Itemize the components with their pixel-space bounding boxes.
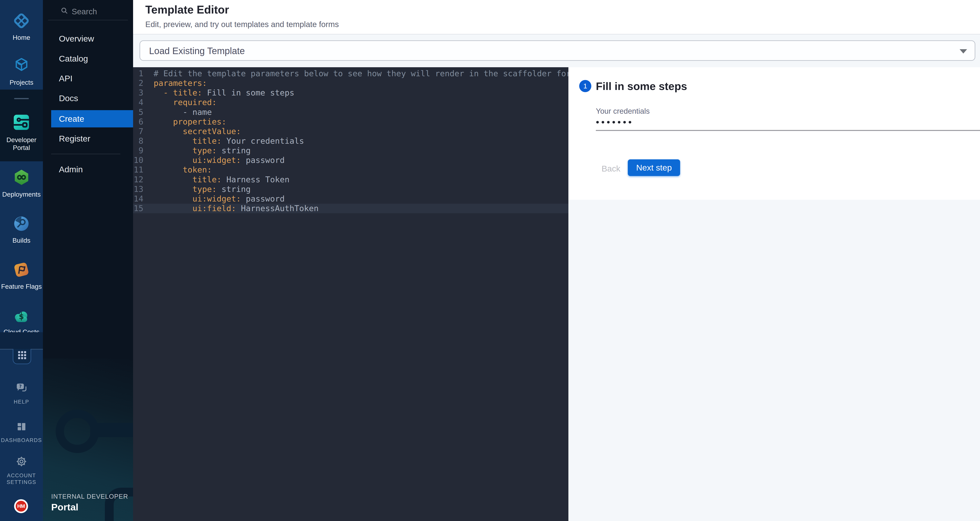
line-code: ui:widget: password bbox=[154, 194, 285, 204]
editor-line: 11 token: bbox=[133, 165, 568, 175]
rail-item-label: ACCOUNTSETTINGS bbox=[0, 472, 43, 486]
editor-line: 7 secretValue: bbox=[133, 127, 568, 136]
sidebar-item-create[interactable]: Create bbox=[51, 110, 133, 127]
editor-line: 4 required: bbox=[133, 97, 568, 107]
line-number: 1 bbox=[133, 69, 143, 78]
portal-sidebar: Search OverviewCatalogAPIDocsCreateRegis… bbox=[43, 0, 133, 521]
line-number: 15 bbox=[133, 204, 143, 213]
rail-item-projects[interactable]: Projects bbox=[0, 56, 43, 86]
rail-item-label: HELP bbox=[0, 398, 43, 405]
dropdown-arrow-icon bbox=[959, 49, 967, 54]
load-template-select[interactable]: Load Existing Template bbox=[140, 40, 975, 61]
module-band bbox=[0, 332, 43, 349]
line-code: - title: Fill in some steps bbox=[154, 88, 294, 97]
next-step-button[interactable]: Next step bbox=[628, 159, 680, 176]
app-root: HomeProjectsDeveloperPortalDeploymentsBu… bbox=[0, 0, 980, 521]
sidebar-footer: INTERNAL DEVELOPER Portal bbox=[51, 493, 128, 513]
module-launcher-button[interactable] bbox=[13, 349, 31, 364]
back-button[interactable]: Back bbox=[594, 161, 628, 177]
line-number: 7 bbox=[133, 127, 143, 136]
search-input[interactable]: Search bbox=[43, 5, 133, 19]
line-code: required: bbox=[154, 97, 217, 107]
help-chat-icon: ? bbox=[0, 382, 43, 396]
editor-line: 2parameters: bbox=[133, 78, 568, 88]
credentials-password-input[interactable]: ••••••• bbox=[596, 116, 634, 127]
line-number: 13 bbox=[133, 185, 143, 194]
developer-portal-icon bbox=[0, 113, 43, 134]
divider bbox=[48, 20, 128, 21]
apps-grid-icon bbox=[18, 350, 27, 362]
line-code: type: string bbox=[154, 146, 251, 155]
line-code: ui:field: HarnessAuthToken bbox=[154, 204, 319, 213]
line-code: secretValue: bbox=[154, 127, 241, 136]
rail-item-label: Deployments bbox=[0, 191, 43, 198]
editor-line: 5 - name bbox=[133, 107, 568, 117]
select-value: Load Existing Template bbox=[149, 45, 245, 56]
svg-text:?: ? bbox=[19, 384, 22, 389]
rail-item-help[interactable]: ?HELP bbox=[0, 382, 43, 405]
editor-line: 13 type: string bbox=[133, 185, 568, 194]
projects-icon bbox=[0, 56, 43, 76]
decor-bar bbox=[90, 423, 133, 437]
rail-item-deployments[interactable]: Deployments bbox=[0, 168, 43, 198]
editor-line: 3 - title: Fill in some steps bbox=[133, 88, 568, 97]
search-icon bbox=[60, 6, 68, 15]
rail-item-home[interactable]: Home bbox=[0, 12, 43, 41]
rail-item-feature-flags[interactable]: Feature Flags bbox=[0, 261, 43, 290]
line-code: type: string bbox=[154, 185, 251, 194]
sidebar-item-overview[interactable]: Overview bbox=[43, 30, 133, 47]
line-code: title: Harness Token bbox=[154, 175, 290, 185]
gear-icon bbox=[0, 456, 43, 470]
rail-item-cloud-costs[interactable]: $Cloud Costs bbox=[0, 309, 43, 336]
sidebar-item-admin[interactable]: Admin bbox=[43, 161, 133, 178]
avatar[interactable]: HM bbox=[14, 499, 28, 513]
scaffolder-form-panel: 1 Fill in some steps Your credentials ••… bbox=[568, 67, 980, 200]
line-number: 6 bbox=[133, 117, 143, 127]
line-number: 12 bbox=[133, 175, 143, 185]
line-code: token: bbox=[154, 165, 212, 175]
rail-item-label: Builds bbox=[0, 237, 43, 244]
rail-item-developer-portal[interactable]: DeveloperPortal bbox=[0, 89, 43, 161]
sidebar-item-docs[interactable]: Docs bbox=[43, 89, 133, 107]
input-underline bbox=[596, 130, 980, 131]
step-number-badge: 1 bbox=[579, 80, 591, 92]
line-code: parameters: bbox=[154, 78, 207, 88]
rail-item-label: Projects bbox=[0, 79, 43, 86]
line-code: - name bbox=[154, 107, 212, 117]
step-title: Fill in some steps bbox=[596, 80, 687, 92]
editor-line: 14 ui:widget: password bbox=[133, 194, 568, 204]
rail-item-label: Feature Flags bbox=[0, 283, 43, 290]
deployments-icon bbox=[0, 168, 43, 188]
page-subtitle: Edit, preview, and try out templates and… bbox=[145, 20, 339, 29]
line-number: 10 bbox=[133, 155, 143, 165]
panel-background bbox=[568, 200, 980, 521]
line-number: 11 bbox=[133, 165, 143, 175]
line-number: 8 bbox=[133, 136, 143, 146]
footer-kicker: INTERNAL DEVELOPER bbox=[51, 493, 128, 500]
search-placeholder: Search bbox=[72, 7, 97, 16]
sidebar-item-catalog[interactable]: Catalog bbox=[43, 50, 133, 67]
rail-item-dashboards[interactable]: DASHBOARDS bbox=[0, 421, 43, 444]
editor-line: 6 properties: bbox=[133, 117, 568, 127]
page-title: Template Editor bbox=[145, 3, 229, 16]
line-code: # Edit the template parameters below to … bbox=[154, 69, 568, 78]
dashboards-icon bbox=[0, 421, 43, 435]
credentials-field-label: Your credentials bbox=[596, 107, 650, 115]
sidebar-item-api[interactable]: API bbox=[43, 70, 133, 87]
sidebar-item-register[interactable]: Register bbox=[43, 130, 133, 147]
line-code: ui:widget: password bbox=[154, 155, 285, 165]
cloud-costs-icon: $ bbox=[0, 309, 43, 326]
editor-line: 1# Edit the template parameters below to… bbox=[133, 69, 568, 78]
yaml-editor[interactable]: 1# Edit the template parameters below to… bbox=[133, 67, 568, 521]
template-select-band: Load Existing Template bbox=[133, 35, 980, 67]
line-number: 4 bbox=[133, 97, 143, 107]
editor-line: 9 type: string bbox=[133, 146, 568, 155]
rail-item-builds[interactable]: Builds bbox=[0, 215, 43, 244]
divider bbox=[51, 154, 120, 154]
line-number: 3 bbox=[133, 88, 143, 97]
builds-icon bbox=[0, 215, 43, 235]
line-code: properties: bbox=[154, 117, 226, 127]
feature-flags-icon bbox=[0, 261, 43, 281]
home-icon bbox=[0, 12, 43, 32]
rail-item-account-settings[interactable]: ACCOUNTSETTINGS bbox=[0, 456, 43, 486]
